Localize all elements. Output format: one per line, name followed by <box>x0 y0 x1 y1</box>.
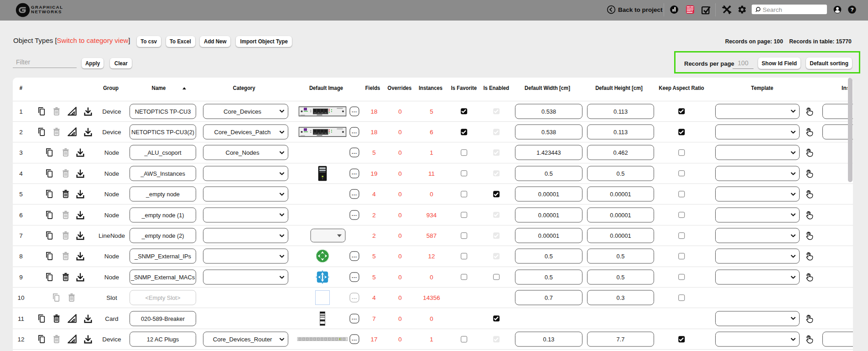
svg-text:?: ? <box>850 6 853 13</box>
